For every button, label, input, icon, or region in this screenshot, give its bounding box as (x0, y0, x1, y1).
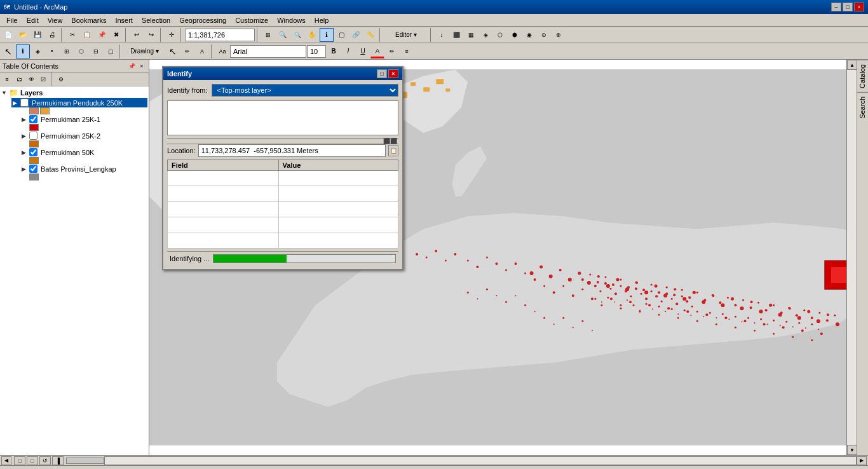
draw-tool2[interactable]: A (195, 44, 209, 58)
location-copy-btn[interactable]: 📋 (388, 145, 398, 156)
scale-input[interactable]: 1:1,381,726 (185, 29, 255, 41)
catalog-tab[interactable]: Catalog (857, 60, 868, 92)
select-arrow2[interactable]: ↖ (166, 44, 180, 58)
tb-extra4[interactable]: ◈ (478, 28, 492, 42)
select-arrow[interactable]: ↖ (1, 44, 15, 58)
vertical-scrollbar[interactable]: ▲ ▼ (846, 60, 857, 455)
menu-insert[interactable]: Insert (111, 16, 137, 25)
toc-source-view[interactable]: 🗂 (13, 74, 25, 85)
hyperlink-tool[interactable]: 🔗 (349, 28, 363, 42)
map-area[interactable]: /* This won't execute in SVG context, us… (149, 60, 857, 455)
feature-tool7[interactable]: ▢ (104, 44, 118, 58)
save-button[interactable]: 💾 (31, 28, 44, 42)
select-tool[interactable]: ▢ (334, 28, 348, 42)
pan-tool[interactable]: ✋ (305, 28, 319, 42)
menu-help[interactable]: Help (311, 16, 333, 25)
menu-selection[interactable]: Selection (138, 16, 174, 25)
layer-expand-0[interactable]: ▶ (13, 100, 17, 106)
search-tab[interactable]: Search (857, 92, 868, 123)
undo-button[interactable]: ↩ (130, 28, 144, 42)
toc-visibility-view[interactable]: 👁 (25, 74, 37, 85)
copy-button[interactable]: 📋 (80, 28, 94, 42)
horizontal-scrollbar[interactable]: ◀ □ □ ↺ ▐ ▶ (0, 455, 868, 465)
italic-button[interactable]: I (341, 44, 355, 58)
layer-expand-1[interactable]: ▶ (22, 116, 26, 123)
editor-dropdown[interactable]: Editor ▾ (384, 28, 428, 42)
tb-extra1[interactable]: ↕ (435, 28, 449, 42)
zoom-in[interactable]: 🔍 (276, 28, 290, 42)
scroll-btn4[interactable]: ▐ (52, 456, 64, 465)
layer-row-1[interactable]: ▶ Permukiman 25K-1 (11, 114, 147, 124)
toc-list-view[interactable]: ≡ (1, 74, 13, 85)
draw-tool1[interactable]: ✏ (180, 44, 194, 58)
layer-expand-2[interactable]: ▶ (22, 133, 26, 139)
feature-tool3[interactable]: ⚬ (45, 44, 59, 58)
font-color-btn[interactable]: A (370, 44, 384, 58)
redo-button[interactable]: ↪ (144, 28, 158, 42)
zoom-full[interactable]: ⊞ (261, 28, 275, 42)
select-features[interactable]: ℹ (16, 44, 30, 58)
font-size-input[interactable]: 10 (307, 45, 326, 58)
toc-options[interactable]: ⚙ (55, 74, 67, 85)
layer-row-3[interactable]: ▶ Permukiman 50K (11, 147, 147, 157)
scroll-thumb[interactable] (66, 458, 104, 464)
feature-tool6[interactable]: ⊟ (89, 44, 103, 58)
scroll-btn2[interactable]: □ (27, 456, 38, 465)
layer-row-0[interactable]: ▶ Permukiman Penduduk 250K (11, 98, 147, 107)
underline-button[interactable]: U (356, 44, 370, 58)
identify-tool[interactable]: ℹ (320, 28, 334, 42)
highlight-btn[interactable]: ✏ (385, 44, 399, 58)
identify-resize-bar[interactable]: ⬛⬛ (167, 138, 398, 144)
menu-geoprocessing[interactable]: Geoprocessing (175, 16, 230, 25)
toc-pin[interactable]: 📌 (127, 62, 136, 71)
menu-file[interactable]: File (3, 16, 22, 25)
tb-extra7[interactable]: ◉ (522, 28, 536, 42)
maximize-button[interactable]: □ (843, 3, 853, 11)
tb-extra2[interactable]: ⬛ (449, 28, 463, 42)
drawing-dropdown[interactable]: Drawing ▾ (124, 44, 165, 58)
layer-expand-4[interactable]: ▶ (22, 166, 26, 172)
layer-check-2[interactable] (29, 132, 37, 140)
tb-extra5[interactable]: ⬡ (493, 28, 507, 42)
scroll-btn3[interactable]: ↺ (39, 456, 51, 465)
layer-expand-3[interactable]: ▶ (22, 149, 26, 156)
tb-extra9[interactable]: ⊗ (552, 28, 566, 42)
new-button[interactable]: 📄 (1, 28, 15, 42)
menu-edit[interactable]: Edit (23, 16, 43, 25)
scroll-track-v[interactable] (847, 70, 857, 445)
scroll-up-btn[interactable]: ▲ (847, 60, 857, 70)
scroll-left-btn[interactable]: ◀ (1, 456, 11, 465)
scroll-btn1[interactable]: □ (14, 456, 25, 465)
feature-tool5[interactable]: ⬡ (74, 44, 88, 58)
scroll-down-btn[interactable]: ▼ (847, 445, 857, 455)
menu-windows[interactable]: Windows (273, 16, 309, 25)
scroll-track-h[interactable] (104, 456, 857, 465)
align-left[interactable]: ≡ (400, 44, 414, 58)
open-button[interactable]: 📂 (16, 28, 30, 42)
delete-button[interactable]: ✖ (109, 28, 123, 42)
menu-view[interactable]: View (44, 16, 67, 25)
toc-selection-view[interactable]: ☑ (37, 74, 49, 85)
tb-extra8[interactable]: ⊙ (537, 28, 551, 42)
font-style-btn[interactable]: Aa (215, 44, 229, 58)
paste-button[interactable]: 📌 (95, 28, 109, 42)
bold-button[interactable]: B (327, 44, 341, 58)
layer-check-3[interactable] (29, 148, 37, 156)
identify-location-input[interactable]: 11,733,278.457 -657,950.331 Meters (198, 144, 386, 157)
menu-customize[interactable]: Customize (231, 16, 272, 25)
layers-expand[interactable]: ▼ (1, 90, 7, 96)
toc-close[interactable]: × (137, 62, 146, 71)
tb-extra6[interactable]: ⬢ (508, 28, 522, 42)
cut-button[interactable]: ✂ (65, 28, 79, 42)
layer-row-4[interactable]: ▶ Batas Provinsi_Lengkap (11, 164, 147, 173)
feature-tool4[interactable]: ⊞ (60, 44, 74, 58)
close-button[interactable]: × (854, 3, 864, 11)
feature-tool2[interactable]: ◈ (31, 44, 44, 58)
identify-close-btn[interactable]: × (388, 69, 398, 78)
layer-row-2[interactable]: ▶ Permukiman 25K-2 (11, 131, 147, 140)
identify-from-select[interactable]: <Top-most layer> (212, 84, 398, 97)
tb-extra3[interactable]: ▦ (464, 28, 478, 42)
minimize-button[interactable]: – (831, 3, 841, 11)
zoom-out[interactable]: 🔍 (290, 28, 304, 42)
measure-tool[interactable]: 📏 (363, 28, 377, 42)
